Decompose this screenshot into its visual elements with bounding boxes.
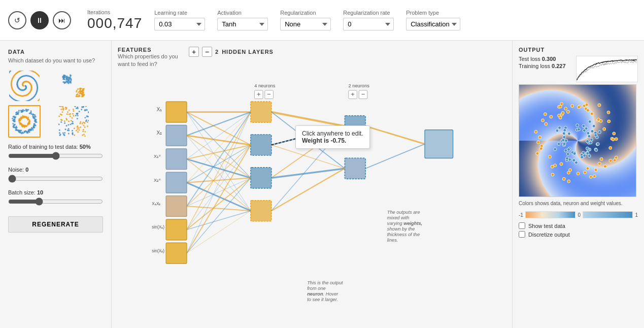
test-loss-value: 0.300 xyxy=(542,56,556,62)
batch-slider[interactable] xyxy=(8,198,103,206)
step-button[interactable]: ⏭ xyxy=(53,11,71,29)
noise-row: Noise: 0 xyxy=(8,167,103,184)
svg-line-50 xyxy=(187,178,251,253)
show-test-checkbox[interactable] xyxy=(519,222,525,229)
svg-line-46 xyxy=(187,178,251,229)
add-layer-button[interactable]: + xyxy=(189,47,199,57)
svg-line-61 xyxy=(365,144,425,169)
svg-line-52 xyxy=(272,112,345,126)
svg-line-55 xyxy=(272,145,345,168)
activation-group: Activation ReLUTanhSigmoidLinear xyxy=(217,10,268,30)
legend-bar2 xyxy=(583,211,633,218)
svg-text:mixed with: mixed with xyxy=(387,215,410,220)
batch-value: 10 xyxy=(37,189,43,195)
reg-rate-group: Regularization rate 00.0010.0030.010.030… xyxy=(343,10,394,30)
dataset-canvas-2 xyxy=(58,71,89,101)
iterations-label: Iterations xyxy=(87,9,142,15)
output-area: OUTPUT Test loss 0.300 Training loss 0.2… xyxy=(512,41,644,328)
feature-labels: X₁ X₂ X₁² X₂² X₁X₂ sin(X₁) sin(X₂) xyxy=(152,107,164,253)
ratio-value: 50% xyxy=(80,144,91,150)
legend-bar xyxy=(525,211,575,218)
annotation2-text: This is the output xyxy=(307,280,343,285)
iterations-value: 000,747 xyxy=(87,15,142,31)
learning-rate-label: Learning rate xyxy=(154,10,205,16)
output-title: OUTPUT xyxy=(519,47,638,53)
svg-line-47 xyxy=(187,211,251,229)
problem-type-select[interactable]: ClassificationRegression xyxy=(406,18,460,30)
network-area: FEATURES Which properties do you want to… xyxy=(112,41,512,328)
show-test-row: Show test data xyxy=(519,222,638,229)
svg-text:sin(X₁): sin(X₁) xyxy=(152,224,164,229)
svg-rect-11 xyxy=(166,196,187,217)
regularization-select[interactable]: NoneL1L2 xyxy=(280,18,331,30)
svg-text:from one: from one xyxy=(307,286,326,291)
regularization-label: Regularization xyxy=(280,10,331,16)
batch-label: Batch size: 10 xyxy=(8,189,103,195)
discretize-checkbox[interactable] xyxy=(519,231,525,238)
data-title: DATA xyxy=(8,49,103,55)
ratio-row: Ratio of training to test data: 50% xyxy=(8,144,103,161)
svg-text:+: + xyxy=(257,90,261,98)
iterations-block: Iterations 000,747 xyxy=(87,9,142,31)
svg-rect-9 xyxy=(166,149,187,170)
reg-rate-select[interactable]: 00.0010.0030.010.030.10.31310 xyxy=(343,18,394,30)
svg-rect-7 xyxy=(166,102,187,122)
output-plot[interactable] xyxy=(519,84,636,197)
remove-layer-button[interactable]: − xyxy=(202,47,212,57)
problem-type-group: Problem type ClassificationRegression xyxy=(406,10,460,30)
svg-line-44 xyxy=(187,112,251,230)
regularization-group: Regularization NoneL1L2 xyxy=(280,10,331,30)
svg-rect-19 xyxy=(251,201,272,221)
layer1-nodes[interactable] xyxy=(251,102,272,221)
noise-label: Noise: 0 xyxy=(8,167,103,173)
dataset-item-1[interactable] xyxy=(8,70,41,102)
annotation-text: The outputs are xyxy=(387,210,420,215)
main-area: DATA Which dataset do you want to use? R… xyxy=(0,41,644,328)
svg-line-62 xyxy=(272,126,345,145)
svg-text:X₁: X₁ xyxy=(157,107,162,112)
svg-text:X₂²: X₂² xyxy=(154,178,160,183)
svg-line-28 xyxy=(187,112,251,136)
regenerate-button[interactable]: REGENERATE xyxy=(8,216,103,233)
svg-text:X₁X₂: X₁X₂ xyxy=(152,201,160,206)
color-desc: Colors shows data, neuron and weight val… xyxy=(519,200,638,207)
dataset-grid xyxy=(8,70,103,138)
ratio-label: Ratio of training to test data: 50% xyxy=(8,144,103,150)
layer2-nodes[interactable] xyxy=(345,116,365,179)
pause-button[interactable]: ⏸ xyxy=(30,11,49,29)
feature-nodes[interactable] xyxy=(166,102,187,264)
show-test-label[interactable]: Show test data xyxy=(528,223,565,229)
output-node[interactable] xyxy=(425,130,453,158)
svg-text:+: + xyxy=(351,90,355,98)
dataset-item-3[interactable] xyxy=(8,105,41,138)
training-loss-row: Training loss 0.227 xyxy=(519,63,566,69)
noise-slider[interactable] xyxy=(8,175,103,183)
learning-rate-select[interactable]: 0.000010.00010.0010.030.10.31310 xyxy=(154,18,205,30)
svg-text:lines.: lines. xyxy=(387,238,398,243)
svg-text:shown by the: shown by the xyxy=(387,226,415,232)
svg-text:to see it larger.: to see it larger. xyxy=(307,297,338,302)
sidebar: DATA Which dataset do you want to use? R… xyxy=(0,41,112,328)
svg-rect-16 xyxy=(251,102,272,122)
layer1-count-label: 4 neurons xyxy=(254,83,276,88)
svg-rect-22 xyxy=(345,116,365,137)
discretize-label[interactable]: Discretize output xyxy=(528,232,570,238)
dataset-item-4[interactable] xyxy=(57,105,90,138)
problem-type-label: Problem type xyxy=(406,10,460,16)
layer2-count-label: 2 neurons xyxy=(349,83,370,88)
legend-min: -1 xyxy=(519,212,523,218)
ratio-slider[interactable] xyxy=(8,152,103,160)
activation-select[interactable]: ReLUTanhSigmoidLinear xyxy=(217,18,268,30)
layer-count: 2 xyxy=(215,49,219,55)
legend-max: 1 xyxy=(635,212,638,218)
network-svg: X₁ X₂ X₁² X₂² X₁X₂ sin(X₁) sin(X₂) xyxy=(118,77,506,322)
topbar: ↺ ⏸ ⏭ Iterations 000,747 Learning rate 0… xyxy=(0,0,644,41)
hidden-layers-header: + − 2 HIDDEN LAYERS xyxy=(189,47,506,57)
dataset-item-2[interactable] xyxy=(57,70,90,102)
svg-line-58 xyxy=(272,126,345,211)
control-buttons: ↺ ⏸ ⏭ xyxy=(8,11,71,29)
dataset-canvas-1 xyxy=(9,71,40,101)
reset-button[interactable]: ↺ xyxy=(8,11,26,29)
svg-rect-10 xyxy=(166,172,187,193)
legend-mid: 0 xyxy=(578,212,581,218)
